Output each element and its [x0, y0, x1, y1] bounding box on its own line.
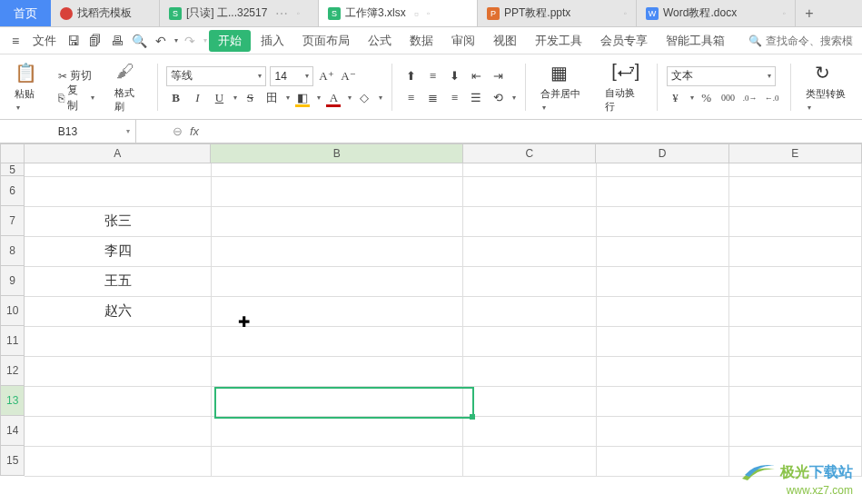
menu-view[interactable]: 视图 [485, 33, 525, 49]
row-header-10[interactable]: 10 [0, 296, 25, 326]
format-painter-button[interactable]: 🖌 格式刷 [109, 59, 147, 115]
fill-color-button[interactable]: ◧ [293, 89, 312, 107]
select-all-corner[interactable] [0, 143, 25, 163]
menu-dev-tools[interactable]: 开发工具 [527, 33, 590, 49]
underline-button[interactable]: U [210, 89, 228, 107]
type-convert-button[interactable]: ↻ 类型转换▾ [800, 60, 853, 114]
home-tab[interactable]: 首页 [0, 0, 51, 26]
row-header-7[interactable]: 7 [0, 206, 25, 236]
row-header-14[interactable]: 14 [0, 416, 25, 446]
column-header-b[interactable]: B [211, 143, 463, 163]
document-tab-bar: 首页 找稻壳模板 S [只读] 工...32517 ⋯ ◦ S 工作簿3.xls… [0, 0, 862, 27]
zoom-out-icon[interactable]: ⊖ [173, 124, 183, 138]
orientation-button[interactable]: ⟲ [489, 89, 507, 107]
menu-formula[interactable]: 公式 [360, 33, 400, 49]
menu-member[interactable]: 会员专享 [592, 33, 656, 49]
save-icon[interactable]: 🖫 [64, 31, 84, 51]
merge-center-button[interactable]: ▦ 合并居中▾ [535, 60, 588, 114]
formula-input[interactable] [206, 124, 862, 138]
menu-page-layout[interactable]: 页面布局 [294, 33, 358, 49]
decrease-indent-button[interactable]: ⇤ [467, 67, 485, 85]
cell-a8[interactable]: 李四 [25, 236, 211, 266]
new-tab-button[interactable]: + [796, 0, 823, 26]
file-menu[interactable]: 文件 [27, 33, 62, 49]
font-name-select[interactable]: 等线▾ [166, 66, 266, 86]
column-header-c[interactable]: C [463, 143, 596, 163]
tab-templates[interactable]: 找稻壳模板 [51, 0, 160, 26]
command-search[interactable]: 🔍 [748, 35, 857, 47]
align-top-button[interactable]: ⬆ [401, 67, 420, 85]
decrease-font-icon[interactable]: A⁻ [339, 67, 357, 85]
tab-ppt[interactable]: P PPT教程.pptx ◦ [478, 0, 637, 26]
paste-button[interactable]: 📋 粘贴▾ [9, 60, 44, 114]
tab-pin-icon[interactable]: ◦ [623, 8, 627, 18]
align-middle-button[interactable]: ≡ [423, 67, 441, 85]
align-right-button[interactable]: ≡ [445, 89, 463, 107]
menu-insert[interactable]: 插入 [253, 33, 292, 49]
print-icon[interactable]: 🖶 [107, 31, 127, 51]
undo-icon[interactable]: ↶ [151, 31, 171, 51]
row-header-13[interactable]: 13 [0, 386, 25, 416]
menu-review[interactable]: 审阅 [443, 33, 483, 49]
document-icon: W [646, 7, 659, 20]
font-color-button[interactable]: A [324, 89, 342, 107]
redo-icon[interactable]: ↷ [180, 31, 200, 51]
comma-button[interactable]: 000 [719, 89, 738, 107]
row-header-15[interactable]: 15 [0, 446, 25, 476]
menu-data[interactable]: 数据 [401, 33, 441, 49]
column-header-d[interactable]: D [596, 143, 728, 163]
watermark: 极光下载站 www.xz7.com [740, 460, 853, 497]
bold-button[interactable]: B [166, 89, 184, 107]
tab-pin-icon[interactable]: ◦ [296, 8, 300, 18]
row-header-8[interactable]: 8 [0, 236, 25, 266]
tab-readonly-sheet[interactable]: S [只读] 工...32517 ⋯ ◦ [160, 0, 319, 26]
fx-icon[interactable]: fx [190, 124, 199, 138]
undo-dropdown[interactable]: ▾ [174, 36, 178, 44]
tab-workbook3[interactable]: S 工作簿3.xlsx ▫ ◦ [319, 0, 478, 26]
auto-wrap-button[interactable]: [⮐] 自动换行 [599, 59, 648, 115]
hamburger-icon[interactable]: ≡ [5, 31, 25, 51]
tab-word[interactable]: W Word教程.docx ◦ [637, 0, 796, 26]
increase-font-icon[interactable]: A⁺ [317, 67, 335, 85]
search-icon: 🔍 [748, 35, 762, 47]
menu-smart-tools[interactable]: 智能工具箱 [658, 33, 733, 49]
percent-button[interactable]: % [698, 89, 716, 107]
row-header-9[interactable]: 9 [0, 266, 25, 296]
cell-a9[interactable]: 王五 [25, 266, 211, 296]
increase-indent-button[interactable]: ⇥ [489, 67, 507, 85]
column-header-e[interactable]: E [729, 143, 862, 163]
cell-a7[interactable]: 张三 [25, 206, 211, 236]
align-left-button[interactable]: ≡ [401, 89, 420, 107]
print-preview-icon[interactable]: 🔍 [129, 31, 149, 51]
justify-button[interactable]: ☰ [467, 89, 485, 107]
italic-button[interactable]: I [188, 89, 206, 107]
tab-menu-icon[interactable]: ⋯ [272, 6, 292, 21]
increase-decimal-button[interactable]: .0→ [741, 89, 759, 107]
cell-grid[interactable]: 张三 李四 王五 赵六 [25, 163, 862, 477]
row-header-12[interactable]: 12 [0, 356, 25, 386]
number-format-select[interactable]: 文本▾ [667, 66, 776, 86]
start-tab[interactable]: 开始 [209, 30, 251, 52]
row-header-6[interactable]: 6 [0, 176, 25, 206]
strikethrough-button[interactable]: S [241, 89, 259, 107]
align-center-button[interactable]: ≣ [423, 89, 441, 107]
tab-pin-icon[interactable]: ◦ [782, 8, 786, 18]
row-header-11[interactable]: 11 [0, 326, 25, 356]
save-as-icon[interactable]: 🗐 [85, 31, 105, 51]
currency-button[interactable]: ¥ [667, 89, 685, 107]
redo-dropdown[interactable]: ▾ [203, 36, 207, 44]
column-header-a[interactable]: A [25, 143, 211, 163]
font-size-select[interactable]: 14▾ [270, 66, 313, 86]
row-header-5[interactable]: 5 [0, 163, 25, 176]
cell-a10[interactable]: 赵六 [25, 296, 211, 326]
decrease-decimal-button[interactable]: ←.0 [763, 89, 781, 107]
align-bottom-button[interactable]: ⬇ [445, 67, 463, 85]
clear-format-button[interactable]: ◇ [355, 89, 373, 107]
copy-button[interactable]: ⎘复制▾ [54, 81, 98, 115]
search-input[interactable] [766, 35, 857, 47]
border-button[interactable]: 田 [263, 89, 281, 107]
tab-pin-icon[interactable]: ◦ [427, 8, 431, 18]
tab-menu-icon[interactable]: ▫ [411, 6, 422, 21]
name-box[interactable]: B13 ▾ [0, 120, 136, 143]
formula-bar: B13 ▾ ⊖ fx [0, 120, 862, 143]
